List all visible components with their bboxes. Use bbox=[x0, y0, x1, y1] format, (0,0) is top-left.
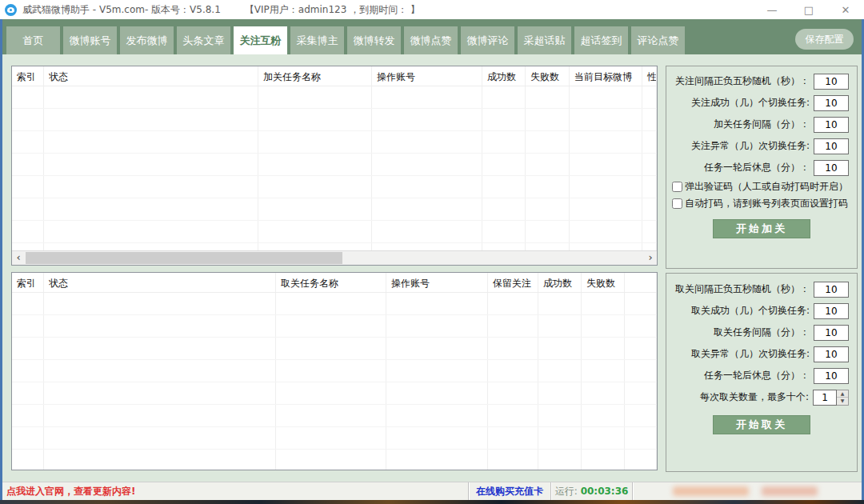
follow-rest-label: 任务一轮后休息（分）： bbox=[670, 161, 810, 174]
unfollow-task-interval-label: 取关任务间隔（分）： bbox=[670, 326, 810, 339]
column-header-status: 状态 bbox=[44, 66, 258, 265]
follow-success-switch-label: 关注成功（几）个切换任务: bbox=[670, 96, 810, 110]
tab-comment-like[interactable]: 评论点赞 bbox=[631, 26, 685, 54]
scroll-left-icon[interactable]: ‹ bbox=[12, 251, 25, 265]
unfollow-task-table: 索引 状态 取关任务名称 操作账号 保留关注 成功数 失败数 bbox=[11, 272, 658, 470]
tab-weibo-like[interactable]: 微博点赞 bbox=[404, 26, 458, 54]
tab-follow-mutual[interactable]: 关注互粉 bbox=[234, 26, 287, 54]
column-header-success-count: 成功数 bbox=[538, 273, 582, 470]
vip-info: 【VIP用户：admin123 ，到期时间： 】 bbox=[245, 3, 420, 17]
unfollow-error-switch-input[interactable] bbox=[814, 346, 849, 362]
unfollow-rest-label: 任务一轮后休息（分）： bbox=[670, 369, 810, 382]
main-content: 索引 状态 加关任务名称 操作账号 成功数 失败数 当前目标微博 性别 ‹ › … bbox=[0, 54, 864, 482]
tab-weibo-comment[interactable]: 微博评论 bbox=[461, 26, 514, 54]
scrollbar-thumb[interactable] bbox=[26, 252, 342, 264]
column-header-status: 状态 bbox=[44, 273, 276, 470]
popup-captcha-label: 弹出验证码（人工或自动打码时开启） bbox=[685, 180, 848, 194]
desktop-background-strip bbox=[0, 500, 864, 504]
buy-card-link[interactable]: 在线购买充值卡 bbox=[476, 485, 543, 498]
save-config-button[interactable]: 保存配置 bbox=[795, 29, 854, 50]
follow-interval-input[interactable] bbox=[814, 74, 849, 90]
tab-home[interactable]: 首页 bbox=[6, 26, 60, 54]
follow-error-switch-input[interactable] bbox=[814, 138, 849, 154]
unfollow-success-switch-input[interactable] bbox=[814, 303, 849, 319]
follow-settings-panel: 关注间隔正负五秒随机（秒）： 关注成功（几）个切换任务: 加关任务间隔（分）： … bbox=[666, 66, 858, 269]
follow-interval-label: 关注间隔正负五秒随机（秒）： bbox=[670, 74, 810, 88]
column-header-follow-task-name: 加关任务名称 bbox=[258, 66, 372, 265]
tab-collect-blogger[interactable]: 采集博主 bbox=[290, 26, 344, 54]
unfollow-count-label: 每次取关数量，最多十个: bbox=[670, 390, 809, 404]
popup-captcha-checkbox[interactable] bbox=[672, 182, 682, 192]
unfollow-error-switch-label: 取关异常（几）次切换任务: bbox=[670, 347, 810, 361]
follow-error-switch-label: 关注异常（几）次切换任务: bbox=[670, 139, 810, 153]
follow-task-table: 索引 状态 加关任务名称 操作账号 成功数 失败数 当前目标微博 性别 ‹ › bbox=[11, 66, 658, 266]
tab-headline-article[interactable]: 头条文章 bbox=[177, 26, 230, 54]
unfollow-rest-input[interactable] bbox=[814, 368, 849, 384]
start-follow-button[interactable]: 开始加关 bbox=[713, 219, 810, 238]
column-header-operating-account: 操作账号 bbox=[386, 273, 488, 470]
minimize-button[interactable]: — bbox=[754, 0, 790, 19]
column-header-operating-account: 操作账号 bbox=[372, 66, 482, 265]
spinner-down-icon[interactable]: ▼ bbox=[837, 398, 848, 405]
maximize-button[interactable]: □ bbox=[790, 0, 827, 19]
window-controls: — □ ✕ bbox=[754, 0, 864, 19]
blurred-text bbox=[762, 486, 818, 496]
follow-success-switch-input[interactable] bbox=[814, 95, 849, 111]
unfollow-count-spinner: ▲ ▼ bbox=[837, 390, 849, 406]
auto-captcha-label: 自动打码，请到账号列表页面设置打码 bbox=[685, 197, 848, 210]
follow-task-interval-input[interactable] bbox=[814, 117, 849, 133]
column-header-current-target: 当前目标微博 bbox=[570, 66, 642, 265]
column-header-empty bbox=[625, 273, 657, 470]
unfollow-settings-panel: 取关间隔正负五秒随机（秒）： 取关成功（几）个切换任务: 取关任务间隔（分）： … bbox=[666, 273, 858, 472]
unfollow-count-input[interactable] bbox=[813, 390, 837, 406]
tab-supertopic-checkin[interactable]: 超话签到 bbox=[574, 26, 628, 54]
unfollow-interval-label: 取关间隔正负五秒随机（秒）： bbox=[670, 282, 810, 296]
follow-rest-input[interactable] bbox=[814, 160, 849, 176]
censored-contact-area bbox=[632, 482, 864, 500]
tab-weibo-account[interactable]: 微博账号 bbox=[63, 26, 117, 54]
follow-task-interval-label: 加关任务间隔（分）： bbox=[670, 118, 810, 131]
status-bar: 点我进入官网，查看更新内容! 在线购买充值卡 运行: 00:03:36 bbox=[0, 482, 864, 500]
column-header-gender: 性别 bbox=[642, 66, 657, 265]
spinner-up-icon[interactable]: ▲ bbox=[837, 390, 848, 398]
blurred-text bbox=[673, 486, 749, 496]
auto-captcha-checkbox[interactable] bbox=[672, 198, 682, 209]
unfollow-interval-input[interactable] bbox=[814, 282, 849, 298]
tab-publish-weibo[interactable]: 发布微博 bbox=[120, 26, 174, 54]
column-header-unfollow-task-name: 取关任务名称 bbox=[276, 273, 386, 470]
column-header-fail-count: 失败数 bbox=[526, 66, 570, 265]
tab-bar: 首页 微博账号 发布微博 头条文章 关注互粉 采集博主 微博转发 微博点赞 微博… bbox=[0, 19, 864, 54]
close-button[interactable]: ✕ bbox=[827, 0, 864, 19]
column-header-keep-following: 保留关注 bbox=[488, 273, 538, 470]
unfollow-success-switch-label: 取关成功（几）个切换任务: bbox=[670, 304, 810, 318]
start-unfollow-button[interactable]: 开始取关 bbox=[713, 415, 810, 434]
window-title: 威武猫微博助手 - V5m.com- 版本号：V5.8.1 bbox=[22, 3, 221, 17]
column-header-fail-count: 失败数 bbox=[582, 273, 625, 470]
window-left-edge bbox=[0, 19, 2, 500]
column-header-success-count: 成功数 bbox=[482, 66, 526, 265]
column-header-index: 索引 bbox=[12, 66, 44, 265]
unfollow-task-interval-input[interactable] bbox=[814, 325, 849, 341]
title-bar: 威武猫微博助手 - V5m.com- 版本号：V5.8.1 【VIP用户：adm… bbox=[0, 0, 864, 19]
run-label: 运行: bbox=[555, 485, 578, 498]
run-time: 00:03:36 bbox=[581, 486, 629, 497]
tab-weibo-repost[interactable]: 微博转发 bbox=[347, 26, 401, 54]
column-header-index: 索引 bbox=[12, 273, 44, 470]
update-notice-link[interactable]: 点我进入官网，查看更新内容! bbox=[6, 485, 135, 498]
scroll-right-icon[interactable]: › bbox=[644, 251, 657, 265]
tab-collect-supertopic[interactable]: 采超话贴 bbox=[518, 26, 571, 54]
horizontal-scrollbar[interactable]: ‹ › bbox=[12, 250, 657, 265]
app-logo-icon bbox=[5, 4, 17, 16]
